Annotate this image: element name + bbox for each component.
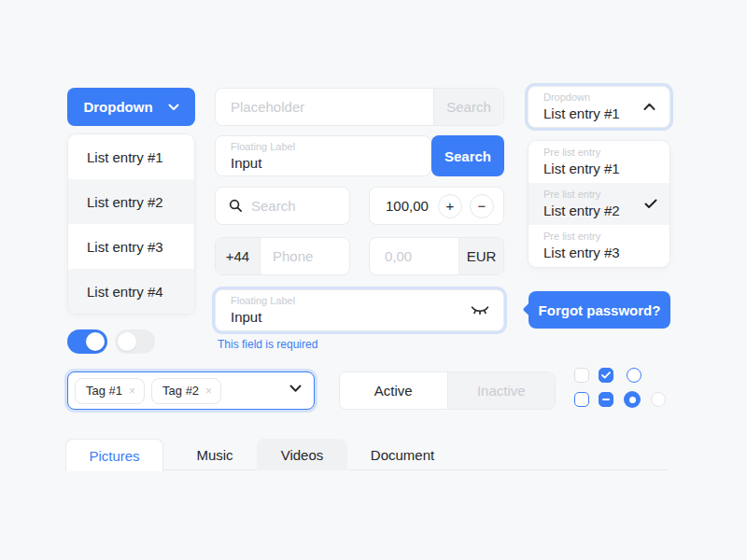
option-label: List entry #1 [543,161,620,176]
search-button[interactable]: Search [431,135,504,176]
option-pre-label: Pre list entry [543,147,669,158]
remove-tag-icon[interactable]: × [205,385,212,398]
chevron-up-icon [643,103,655,111]
checkmark-icon [601,371,611,379]
toggle-knob [86,332,105,351]
dropdown-button[interactable]: Dropdown [67,88,195,126]
currency-input-group: EUR [369,237,504,275]
toggle-switch-off[interactable] [115,329,155,354]
increment-button[interactable]: + [438,194,462,218]
dropdown-label: Dropdown [543,92,655,103]
tag-chip-label: Tag #2 [162,384,199,398]
password-field[interactable]: Floating Label [215,289,504,331]
checkbox-unchecked[interactable] [574,368,589,383]
search-button-disabled[interactable]: Search [433,89,503,125]
option-pre-label: Pre list entry [543,231,669,242]
checkbox-focused[interactable] [574,392,589,407]
tab-music[interactable]: Music [163,439,266,470]
dropdown-select[interactable]: Dropdown List entry #1 [528,86,670,128]
tab-videos[interactable]: Videos [257,439,347,470]
dropdown-list: List entry #1 List entry #2 List entry #… [67,133,195,315]
phone-prefix: +44 [216,238,261,274]
amount-input[interactable] [370,248,458,264]
validation-message: This field is required [218,338,317,351]
toggle-switch-on[interactable] [67,329,107,354]
option-label: List entry #3 [543,245,620,260]
tag-chip-label: Tag #1 [86,384,122,398]
active-button[interactable]: Active [340,372,447,409]
password-input[interactable] [231,309,488,325]
toggle-knob [118,332,136,351]
tag-select-input[interactable]: Tag #1 × Tag #2 × [67,371,315,410]
search-icon [229,199,243,213]
input-group-search: Search [215,88,504,126]
floating-label-input[interactable]: Floating Label [215,135,431,176]
search-input[interactable] [251,198,340,214]
radio-disabled[interactable] [651,392,666,407]
floating-label: Floating Label [231,296,488,306]
chevron-down-icon [289,385,302,393]
dropdown-value: List entry #1 [543,105,655,121]
phone-input-group: +44 [215,237,350,275]
radio-unchecked[interactable] [627,368,641,383]
dropdown-option-list: Pre list entry List entry #1 Pre list en… [528,140,670,268]
eye-closed-icon[interactable] [471,304,489,316]
floating-label: Floating Label [231,142,416,152]
search-box[interactable] [215,187,350,225]
tab-document[interactable]: Document [347,439,458,470]
tag-chip[interactable]: Tag #2 × [151,378,221,404]
option-item[interactable]: Pre list entry List entry #1 [529,141,669,183]
option-item[interactable]: Pre list entry List entry #3 [529,225,669,267]
checkmark-icon [644,199,657,209]
decrement-button[interactable]: − [470,194,494,218]
option-item-selected[interactable]: Pre list entry List entry #2 [529,183,669,225]
remove-tag-icon[interactable]: × [129,385,135,398]
radio-checked[interactable] [624,391,641,408]
tab-pictures[interactable]: Pictures [65,439,163,471]
list-item[interactable]: List entry #3 [68,224,194,269]
floating-input-field[interactable] [231,155,416,171]
tag-chip[interactable]: Tag #1 × [75,378,145,404]
checkbox-checked[interactable] [599,368,613,383]
placeholder-input[interactable] [216,99,433,115]
ui-kit-canvas: Dropdown List entry #1 List entry #2 Lis… [0,0,747,560]
number-stepper: 100,00 + − [369,187,504,225]
chevron-down-icon [168,104,179,111]
phone-input[interactable] [261,248,349,264]
inactive-button[interactable]: Inactive [447,372,556,409]
stepper-value: 100,00 [386,198,430,214]
list-item[interactable]: List entry #2 [68,179,194,224]
currency-suffix: EUR [458,238,503,274]
dropdown-button-label: Dropdown [83,99,152,115]
forgot-password-button[interactable]: Forgot password? [529,291,670,329]
list-item[interactable]: List entry #4 [68,269,194,314]
option-label: List entry #2 [543,203,620,218]
list-item[interactable]: List entry #1 [68,134,194,179]
checkbox-indeterminate[interactable] [599,392,613,407]
segmented-control: Active Inactive [339,371,556,410]
